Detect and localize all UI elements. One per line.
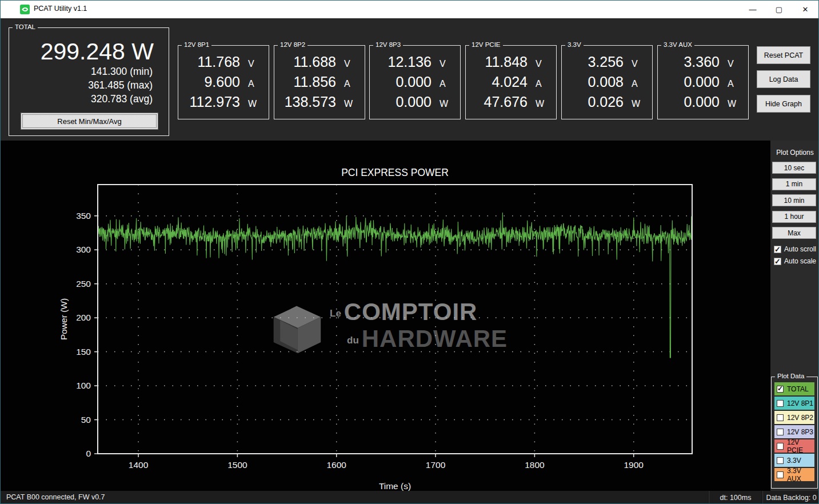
channel-amps-row: 11.856A xyxy=(274,74,365,93)
plot-data-rows: TOTAL12V 8P112V 8P212V 8P312V PCIE3.3V3.… xyxy=(772,382,817,481)
reset-minmaxavg-button[interactable]: Reset Min/Max/Avg xyxy=(21,113,158,130)
channel-label: 12V 8P1 xyxy=(182,41,211,48)
svg-text:1900: 1900 xyxy=(624,460,644,470)
hide-graph-button[interactable]: Hide Graph xyxy=(757,95,810,113)
channel-volts-value: 3.256 xyxy=(562,54,624,70)
unit-label: A xyxy=(336,79,360,89)
channel-watts-value: 112.973 xyxy=(178,94,240,110)
checkbox-auto-scale[interactable]: Auto scale xyxy=(774,257,816,265)
svg-text:1500: 1500 xyxy=(227,460,247,470)
checkbox-icon[interactable] xyxy=(777,386,784,393)
plot-options-label: Plot Options xyxy=(770,149,819,157)
channel-amps-row: 4.024A xyxy=(466,74,556,93)
channel-amps-row: 0.000A xyxy=(370,74,460,93)
chart-panel: LeCOMPTOIR duHARDWARE 050100150200250300… xyxy=(1,141,770,491)
svg-text:0: 0 xyxy=(86,449,91,458)
unit-label: V xyxy=(336,59,360,69)
channel-amps-value: 0.000 xyxy=(370,74,432,90)
checkbox-icon[interactable] xyxy=(777,400,784,407)
unit-label: V xyxy=(528,59,552,69)
channel-watts-row: 47.676W xyxy=(466,94,556,113)
total-min: 141.300 (min) xyxy=(9,65,169,78)
channel-watts-value: 47.676 xyxy=(466,94,528,110)
channel-watts-value: 138.573 xyxy=(274,94,336,110)
unit-label: V xyxy=(624,59,648,69)
channel-box-12v-pcie: 12V PCIE11.848V4.024A47.676W xyxy=(465,45,557,119)
svg-text:1400: 1400 xyxy=(129,460,149,470)
channel-watts-row: 0.000W xyxy=(370,94,460,113)
maximize-button[interactable]: ▢ xyxy=(766,1,792,18)
checkbox-icon[interactable] xyxy=(777,471,784,478)
channel-amps-value: 0.008 xyxy=(562,74,624,90)
plot-range-button-10-sec[interactable]: 10 sec xyxy=(772,162,816,174)
svg-text:300: 300 xyxy=(76,245,91,254)
unit-label: W xyxy=(240,99,264,109)
plot-range-button-max[interactable]: Max xyxy=(772,227,816,239)
plot-data-row-total[interactable]: TOTAL xyxy=(774,382,814,395)
dt-status: dt: 100ms xyxy=(708,491,762,504)
channel-volts-value: 11.688 xyxy=(274,54,336,70)
svg-text:200: 200 xyxy=(76,313,91,322)
plot-data-label: Plot Data xyxy=(775,373,806,379)
checkbox-icon[interactable] xyxy=(774,258,781,265)
plot-data-row-label: 3.3V xyxy=(787,457,801,465)
close-button[interactable]: ✕ xyxy=(792,1,818,18)
channel-watts-row: 138.573W xyxy=(274,94,365,113)
channel-volts-value: 12.136 xyxy=(370,54,432,70)
channel-watts-row: 112.973W xyxy=(178,94,269,113)
plot-data-row-12v-8p1[interactable]: 12V 8P1 xyxy=(774,397,814,410)
channel-watts-value: 0.000 xyxy=(658,94,720,110)
connection-status: PCAT B00 connected, FW v0.7 xyxy=(6,493,105,501)
plot-data-groupbox: Plot Data TOTAL12V 8P112V 8P212V 8P312V … xyxy=(771,377,818,489)
plot-data-row-3-3v[interactable]: 3.3V xyxy=(774,454,814,467)
total-avg: 320.783 (avg) xyxy=(9,92,169,106)
pcat-utility-window: PCAT Utility v1.1 — ▢ ✕ TOTAL 299.248 W … xyxy=(0,0,819,504)
plot-range-button-1-hour[interactable]: 1 hour xyxy=(772,211,816,223)
channel-label: 3.3V xyxy=(565,41,584,48)
channel-volts-row: 12.136V xyxy=(370,54,460,73)
checkbox-icon[interactable] xyxy=(774,246,781,253)
plot-data-row-label: 3.3V AUX xyxy=(787,467,814,483)
svg-text:250: 250 xyxy=(76,279,91,289)
checkbox-auto-scroll[interactable]: Auto scroll xyxy=(774,245,816,253)
checkbox-icon[interactable] xyxy=(777,457,784,464)
unit-label: V xyxy=(432,59,456,69)
checkbox-label: Auto scroll xyxy=(784,245,816,253)
plot-data-row-12v-pcie[interactable]: 12V PCIE xyxy=(774,439,814,453)
unit-label: W xyxy=(720,99,744,109)
plot-data-row-12v-8p3[interactable]: 12V 8P3 xyxy=(774,425,814,438)
plot-data-row-3-3v-aux[interactable]: 3.3V AUX xyxy=(774,468,814,481)
channel-label: 12V PCIE xyxy=(469,41,503,48)
channel-box-12v-8p2: 12V 8P211.688V11.856A138.573W xyxy=(274,45,365,119)
svg-text:1700: 1700 xyxy=(426,460,446,470)
log-data-button[interactable]: Log Data xyxy=(757,70,810,88)
channel-volts-row: 11.848V xyxy=(466,54,556,73)
plot-data-row-label: TOTAL xyxy=(787,385,809,393)
channel-label: 12V 8P3 xyxy=(373,41,403,48)
unit-label: A xyxy=(528,79,552,89)
channel-volts-value: 11.848 xyxy=(466,54,528,70)
reset-pcat-button[interactable]: Reset PCAT xyxy=(757,46,810,64)
channel-amps-value: 4.024 xyxy=(466,74,528,90)
checkbox-icon[interactable] xyxy=(777,429,784,435)
checkbox-icon[interactable] xyxy=(777,443,784,450)
checkbox-label: Auto scale xyxy=(784,257,816,265)
minimize-button[interactable]: — xyxy=(740,1,766,18)
svg-text:350: 350 xyxy=(76,211,91,221)
unit-label: A xyxy=(624,79,648,89)
channel-amps-row: 0.000A xyxy=(658,74,748,93)
channel-label: 12V 8P2 xyxy=(278,41,307,48)
unit-label: A xyxy=(720,79,744,89)
title-bar: PCAT Utility v1.1 — ▢ ✕ xyxy=(1,1,818,18)
channel-amps-value: 9.600 xyxy=(178,74,240,90)
channel-box-12v-8p1: 12V 8P111.768V9.600A112.973W xyxy=(178,45,269,119)
checkbox-icon[interactable] xyxy=(777,414,784,421)
plot-range-button-10-min[interactable]: 10 min xyxy=(772,194,816,206)
plot-data-row-12v-8p2[interactable]: 12V 8P2 xyxy=(774,411,814,424)
svg-text:50: 50 xyxy=(81,415,91,425)
channel-volts-row: 3.256V xyxy=(562,54,652,73)
measurement-panel: TOTAL 299.248 W 141.300 (min) 361.485 (m… xyxy=(1,18,818,141)
plot-range-button-1-min[interactable]: 1 min xyxy=(772,178,816,190)
channel-volts-value: 3.360 xyxy=(658,54,720,70)
total-label: TOTAL xyxy=(13,23,38,30)
